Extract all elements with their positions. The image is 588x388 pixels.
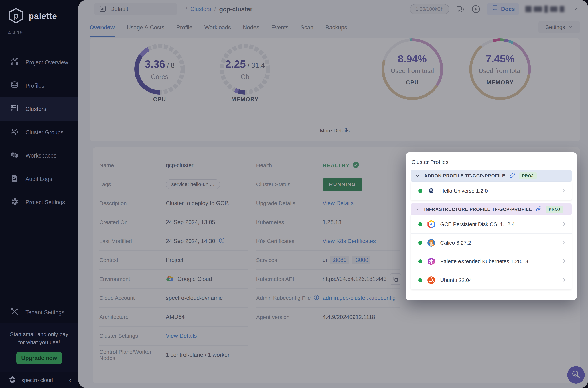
- chevron-down-icon: [415, 173, 420, 178]
- link-icon[interactable]: [509, 172, 515, 179]
- status-dot: [418, 222, 422, 226]
- sidebar-item-label: Clusters: [25, 106, 46, 112]
- sidebar-collapse-icon[interactable]: ‹: [69, 377, 71, 384]
- palette-kubernetes-icon: [427, 257, 435, 266]
- palette-logo-icon: p: [8, 7, 24, 25]
- profile-layer-hello-universe[interactable]: Hello Universe 1.2.0: [411, 182, 572, 200]
- profile-layer-palette-kubernetes[interactable]: Palette eXtended Kubernetes 1.28.13: [411, 252, 572, 271]
- upgrade-promo: Start small and only pay for what you us…: [0, 323, 78, 372]
- footer-brand-text: spectro cloud: [22, 377, 53, 383]
- chevron-right-icon: [561, 221, 567, 228]
- chevron-right-icon: [561, 277, 567, 284]
- hello-universe-icon: [427, 187, 435, 195]
- svg-text:p: p: [13, 11, 19, 20]
- profile-layer-gce-disk[interactable]: GCE Persistent Disk CSI 1.12.4: [411, 215, 572, 234]
- sidebar: p palette 4.4.19 Project Overview: [0, 0, 78, 388]
- section-title: ADDON PROFILE TF-GCP-PROFILE: [424, 173, 505, 178]
- status-dot: [418, 189, 422, 193]
- profile-layer-ubuntu[interactable]: Ubuntu 22.04: [411, 271, 572, 290]
- upgrade-now-button[interactable]: Upgrade now: [16, 352, 62, 364]
- addon-profile-section-header[interactable]: ADDON PROFILE TF-GCP-PROFILE PROJ: [411, 170, 572, 182]
- sidebar-nav: Project Overview Profiles C: [0, 51, 78, 214]
- ubuntu-icon: [427, 276, 435, 284]
- sidebar-item-cluster-groups[interactable]: Cluster Groups: [0, 121, 78, 144]
- audit-logs-icon: [10, 174, 19, 184]
- scope-badge: PROJ: [519, 172, 537, 179]
- app-logo: p palette: [0, 0, 78, 25]
- chevron-down-icon: [415, 207, 420, 212]
- sidebar-footer: spectro cloud ‹: [0, 372, 78, 388]
- sidebar-item-label: Profiles: [25, 82, 44, 89]
- status-dot: [418, 278, 422, 282]
- sidebar-item-project-overview[interactable]: Project Overview: [0, 51, 78, 74]
- project-overview-icon: [10, 57, 19, 68]
- infrastructure-profile-section-header[interactable]: INFRASTRUCTURE PROFILE TF-GCP-PROFILE PR…: [411, 203, 572, 215]
- chevron-right-icon: [561, 258, 567, 265]
- sidebar-item-label: Cluster Groups: [25, 129, 63, 136]
- sidebar-item-label: Workspaces: [25, 152, 56, 159]
- scope-badge: PROJ: [546, 206, 563, 213]
- status-dot: [418, 259, 422, 263]
- calico-icon: [427, 239, 435, 247]
- clusters-icon: [10, 104, 19, 114]
- sidebar-item-label: Project Settings: [25, 199, 65, 206]
- cluster-profiles-panel: Cluster Profiles ADDON PROFILE TF-GCP-PR…: [406, 152, 577, 300]
- infrastructure-profile-items: GCE Persistent Disk CSI 1.12.4 Ca: [411, 215, 572, 290]
- app-version: 4.4.19: [0, 25, 78, 36]
- sidebar-item-audit-logs[interactable]: Audit Logs: [0, 168, 78, 191]
- sidebar-item-label: Audit Logs: [25, 176, 52, 182]
- profiles-icon: [10, 81, 19, 91]
- project-settings-icon: [10, 197, 19, 207]
- section-title: INFRASTRUCTURE PROFILE TF-GCP-PROFILE: [424, 207, 532, 212]
- spectro-cloud-logo-icon: [7, 374, 18, 386]
- sidebar-item-workspaces[interactable]: Workspaces: [0, 144, 78, 168]
- sidebar-item-profiles[interactable]: Profiles: [0, 74, 78, 97]
- app-logo-text: palette: [29, 11, 57, 21]
- tenant-settings-icon: [10, 307, 19, 317]
- workspaces-icon: [10, 151, 19, 161]
- gce-disk-icon: [427, 220, 435, 228]
- sidebar-item-label: Tenant Settings: [25, 309, 65, 316]
- promo-line-2: for what you use!: [5, 338, 73, 346]
- cluster-groups-icon: [10, 127, 19, 138]
- promo-line-1: Start small and only pay: [5, 330, 73, 338]
- panel-title: Cluster Profiles: [411, 159, 572, 165]
- sidebar-item-tenant-settings[interactable]: Tenant Settings: [0, 301, 78, 323]
- sidebar-item-project-settings[interactable]: Project Settings: [0, 191, 78, 214]
- link-icon[interactable]: [536, 206, 542, 213]
- profile-layer-calico[interactable]: Calico 3.27.2: [411, 234, 572, 252]
- addon-profile-items: Hello Universe 1.2.0: [411, 182, 572, 200]
- status-dot: [418, 241, 422, 245]
- sidebar-item-label: Project Overview: [25, 59, 68, 66]
- sidebar-item-clusters[interactable]: Clusters: [0, 97, 78, 121]
- chevron-right-icon: [561, 187, 567, 194]
- chevron-right-icon: [561, 239, 567, 246]
